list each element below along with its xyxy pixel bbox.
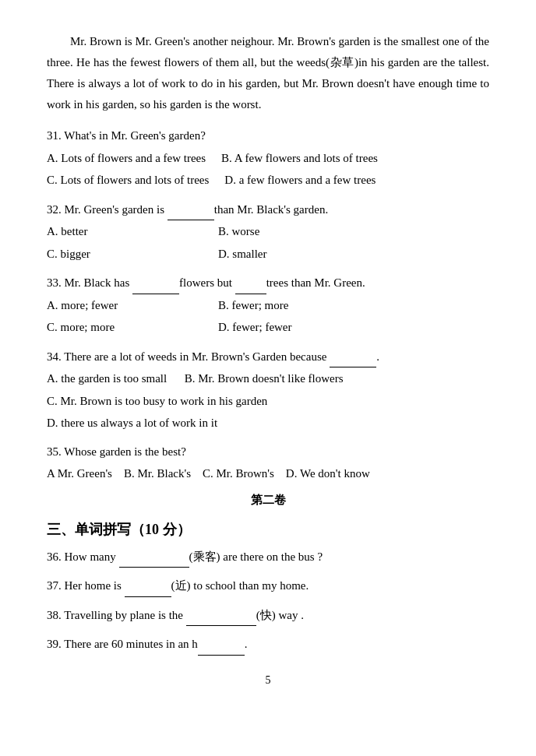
- question-31-options-2: C. Lots of flowers and lots of trees D. …: [47, 169, 489, 192]
- question-31: 31. What's in Mr. Green's garden? A. Lot…: [47, 125, 489, 192]
- question-35: 35. Whose garden is the best? A Mr. Gree…: [47, 441, 489, 485]
- option-31-d: D. a few flowers and a few trees: [224, 169, 380, 192]
- question-33-text: 33. Mr. Black has flowers but trees than…: [47, 271, 489, 294]
- option-32-d: D. smaller: [218, 243, 374, 265]
- item-37: 37. Her home is (近) to school than my ho…: [47, 574, 489, 597]
- blank-36: [119, 545, 189, 568]
- item-39: 39. There are 60 minutes in an h .: [47, 632, 489, 656]
- option-31-b: B. A few flowers and lots of trees: [221, 147, 378, 170]
- option-32-a: A. better: [47, 220, 203, 243]
- question-32-text: 32. Mr. Green's garden is than Mr. Black…: [47, 198, 489, 221]
- blank-33-2: [235, 271, 266, 294]
- blank-32: [168, 198, 214, 221]
- item-36-text: 36. How many (乘客) are there on the bus ?: [47, 545, 489, 568]
- question-33: 33. Mr. Black has flowers but trees than…: [47, 271, 489, 339]
- item-38: 38. Travelling by plane is the (快) way .: [47, 603, 489, 627]
- blank-39: [198, 632, 245, 656]
- item-39-text: 39. There are 60 minutes in an h .: [47, 632, 489, 656]
- question-33-options-1: A. more; fewer B. fewer; more: [47, 294, 489, 317]
- question-35-options: A Mr. Green's B. Mr. Black's C. Mr. Brow…: [47, 462, 489, 485]
- item-37-text: 37. Her home is (近) to school than my ho…: [47, 574, 489, 597]
- section-3-title: 三、单词拼写（10 分）: [47, 520, 489, 539]
- question-34: 34. There are a lot of weeds in Mr. Brow…: [47, 345, 489, 434]
- option-34-c: C. Mr. Brown is too busy to work in his …: [47, 390, 489, 413]
- option-34-a: A. the garden is too small B. Mr. Brown …: [47, 367, 489, 390]
- question-33-options-2: C. more; more D. fewer; fewer: [47, 316, 489, 339]
- question-32-options: A. better B. worse C. bigger D. smaller: [47, 220, 489, 265]
- question-35-text: 35. Whose garden is the best?: [47, 441, 489, 463]
- option-32-c: C. bigger: [47, 243, 203, 265]
- blank-37: [125, 574, 171, 597]
- question-32: 32. Mr. Green's garden is than Mr. Black…: [47, 198, 489, 265]
- option-33-b: B. fewer; more: [218, 294, 374, 317]
- blank-38: [186, 603, 256, 627]
- question-31-options: A. Lots of flowers and a few trees B. A …: [47, 147, 489, 170]
- page-number: 5: [47, 674, 489, 687]
- item-36: 36. How many (乘客) are there on the bus ?: [47, 545, 489, 568]
- blank-33-1: [132, 271, 179, 294]
- option-33-d: D. fewer; fewer: [218, 316, 374, 339]
- passage-text: Mr. Brown is Mr. Green's another neighou…: [47, 31, 489, 115]
- option-33-c: C. more; more: [47, 316, 203, 339]
- question-34-text: 34. There are a lot of weeds in Mr. Brow…: [47, 345, 489, 368]
- option-33-a: A. more; fewer: [47, 294, 203, 317]
- option-32-b: B. worse: [218, 220, 374, 243]
- option-31-a: A. Lots of flowers and a few trees: [47, 147, 206, 170]
- option-31-c: C. Lots of flowers and lots of trees: [47, 169, 209, 192]
- blank-34: [330, 345, 376, 368]
- item-38-text: 38. Travelling by plane is the (快) way .: [47, 603, 489, 627]
- option-34-d: D. there us always a lot of work in it: [47, 412, 489, 434]
- part-2-title: 第二卷: [47, 493, 489, 508]
- question-31-text: 31. What's in Mr. Green's garden?: [47, 125, 489, 147]
